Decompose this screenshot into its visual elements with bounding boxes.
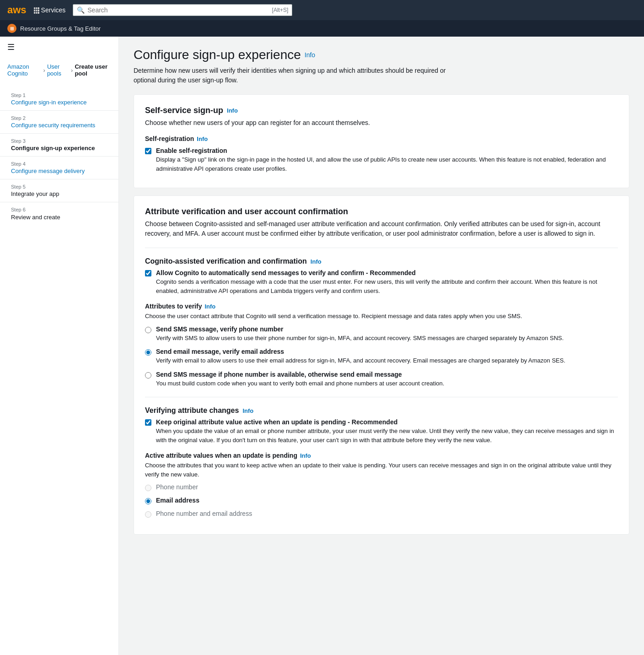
- nav-step-2: Step 2 Configure security requirements: [0, 111, 118, 134]
- attributes-to-verify-desc: Choose the user contact attribute that C…: [145, 312, 618, 321]
- verifying-attr-changes-info[interactable]: Info: [242, 407, 253, 414]
- enable-self-registration-label: Enable self-registration: [156, 147, 618, 154]
- services-label: Services: [41, 6, 66, 14]
- page-title-info[interactable]: Info: [305, 51, 315, 59]
- breadcrumb-cognito[interactable]: Amazon Cognito: [7, 63, 42, 77]
- verify-option-sms-if-available-text: Send SMS message if phone number is avai…: [156, 371, 444, 388]
- step-6-title: Review and create: [11, 214, 60, 221]
- active-attr-email-radio[interactable]: [145, 498, 151, 504]
- sidebar-toggle[interactable]: ☰: [0, 37, 118, 58]
- breadcrumb: Amazon Cognito › User pools › Create use…: [0, 58, 118, 81]
- grid-icon: [34, 7, 39, 13]
- self-service-desc: Choose whether new users of your app can…: [145, 118, 618, 128]
- keep-original-checkbox[interactable]: [145, 419, 151, 426]
- top-nav: aws Services 🔍 [Alt+S]: [0, 0, 644, 20]
- step-3-title: Configure sign-up experience: [11, 145, 107, 152]
- search-shortcut: [Alt+S]: [272, 7, 289, 13]
- nav-step-3: Step 3 Configure sign-up experience: [0, 134, 118, 157]
- active-attr-phone-email: Phone number and email address: [145, 510, 618, 518]
- cognito-assisted-title: Cognito-assisted verification and confir…: [145, 257, 618, 265]
- active-attr-phone: Phone number: [145, 483, 618, 491]
- self-service-info[interactable]: Info: [227, 107, 238, 114]
- allow-cognito-checkbox[interactable]: [145, 270, 151, 276]
- divider-2: [145, 397, 618, 397]
- verifying-attr-changes-section: Verifying attribute changes Info Keep or…: [145, 406, 618, 518]
- allow-cognito-label: Allow Cognito to automatically send mess…: [156, 269, 618, 276]
- active-attr-desc: Choose the attributes that you want to k…: [145, 461, 618, 479]
- active-attr-email-text: Email address: [156, 497, 199, 504]
- self-service-title: Self-service sign-up Info: [145, 106, 618, 115]
- nav-step-5: Step 5 Integrate your app: [0, 179, 118, 202]
- self-registration-label: Self-registration Info: [145, 135, 618, 142]
- allow-cognito-text: Allow Cognito to automatically send mess…: [156, 269, 618, 295]
- verify-option-sms-if-available-radio[interactable]: [145, 372, 151, 379]
- aws-logo: aws: [7, 5, 27, 15]
- verify-option-sms-phone-radio[interactable]: [145, 327, 151, 333]
- sub-nav-label: Resource Groups & Tag Editor: [20, 25, 101, 32]
- attribute-verification-card: Attribute verification and user account …: [134, 195, 629, 535]
- enable-self-registration-desc: Display a "Sign up" link on the sign-in …: [156, 155, 618, 173]
- active-attr-info[interactable]: Info: [300, 452, 311, 459]
- allow-cognito-row: Allow Cognito to automatically send mess…: [145, 269, 618, 295]
- nav-steps: Step 1 Configure sign-in experience Step…: [0, 81, 118, 233]
- step-6-label: Step 6: [11, 207, 107, 212]
- keep-original-label: Keep original attribute value active whe…: [156, 418, 618, 426]
- step-2-label: Step 2: [11, 115, 107, 121]
- keep-original-desc: When you update the value of an email or…: [156, 427, 618, 444]
- services-button[interactable]: Services: [34, 6, 66, 14]
- nav-step-1: Step 1 Configure sign-in experience: [0, 88, 118, 111]
- step-4-title[interactable]: Configure message delivery: [11, 168, 107, 174]
- verify-option-sms-phone-text: Send SMS message, verify phone number Ve…: [156, 325, 564, 343]
- attr-verify-desc: Choose between Cognito-assisted and self…: [145, 219, 618, 238]
- verify-option-sms-if-available: Send SMS message if phone number is avai…: [145, 371, 618, 388]
- step-1-title[interactable]: Configure sign-in experience: [11, 99, 107, 106]
- step-5-label: Step 5: [11, 184, 107, 189]
- sub-nav: ⊞ Resource Groups & Tag Editor: [0, 20, 644, 37]
- step-3-label: Step 3: [11, 138, 107, 144]
- active-attr-phone-email-text: Phone number and email address: [156, 510, 252, 517]
- self-service-signup-card: Self-service sign-up Info Choose whether…: [134, 94, 629, 188]
- page-title: Configure sign-up experience Info: [134, 48, 629, 62]
- active-attr-label: Active attribute values when an update i…: [145, 452, 618, 459]
- verify-option-email-radio[interactable]: [145, 349, 151, 356]
- cognito-assisted-info[interactable]: Info: [311, 258, 322, 265]
- step-1-label: Step 1: [11, 92, 107, 98]
- verifying-attr-changes-title: Verifying attribute changes Info: [145, 406, 618, 415]
- breadcrumb-sep-1: ›: [43, 67, 45, 74]
- active-attr-phone-text: Phone number: [156, 483, 198, 491]
- divider-1: [145, 248, 618, 248]
- active-attr-phone-radio[interactable]: [145, 485, 151, 491]
- search-icon: 🔍: [77, 6, 85, 14]
- keep-original-row: Keep original attribute value active whe…: [145, 418, 618, 444]
- page-title-text: Configure sign-up experience: [134, 48, 301, 62]
- search-bar[interactable]: 🔍 [Alt+S]: [73, 4, 292, 16]
- enable-self-registration-row: Enable self-registration Display a "Sign…: [145, 147, 618, 173]
- verify-option-sms-phone: Send SMS message, verify phone number Ve…: [145, 325, 618, 343]
- allow-cognito-desc: Cognito sends a verification message wit…: [156, 277, 618, 295]
- enable-self-registration-checkbox[interactable]: [145, 148, 151, 154]
- attr-verify-title: Attribute verification and user account …: [145, 207, 618, 217]
- active-attr-phone-email-radio[interactable]: [145, 511, 151, 518]
- page-description: Determine how new users will verify thei…: [134, 66, 454, 85]
- enable-self-registration-text: Enable self-registration Display a "Sign…: [156, 147, 618, 173]
- verify-option-email-text: Send email message, verify email address…: [156, 348, 565, 365]
- step-2-title[interactable]: Configure security requirements: [11, 122, 107, 129]
- cognito-assisted-section: Cognito-assisted verification and confir…: [145, 257, 618, 388]
- breadcrumb-current: Create user pool: [75, 63, 111, 77]
- breadcrumb-userpools[interactable]: User pools: [47, 63, 69, 77]
- self-registration-info[interactable]: Info: [197, 135, 208, 142]
- nav-step-6: Step 6 Review and create: [0, 202, 118, 225]
- verify-option-email: Send email message, verify email address…: [145, 348, 618, 365]
- search-input[interactable]: [87, 6, 269, 14]
- step-5-title: Integrate your app: [11, 190, 107, 197]
- content-area: Configure sign-up experience Info Determ…: [119, 37, 644, 655]
- active-attr-email: Email address: [145, 497, 618, 504]
- step-4-label: Step 4: [11, 161, 107, 167]
- attributes-to-verify-label: Attributes to verify Info: [145, 303, 618, 310]
- attributes-to-verify-info[interactable]: Info: [204, 303, 215, 310]
- main-layout: ☰ Amazon Cognito › User pools › Create u…: [0, 37, 644, 655]
- sidebar: ☰ Amazon Cognito › User pools › Create u…: [0, 37, 119, 655]
- keep-original-text: Keep original attribute value active whe…: [156, 418, 618, 444]
- resource-groups-icon: ⊞: [7, 24, 16, 33]
- nav-step-4: Step 4 Configure message delivery: [0, 157, 118, 179]
